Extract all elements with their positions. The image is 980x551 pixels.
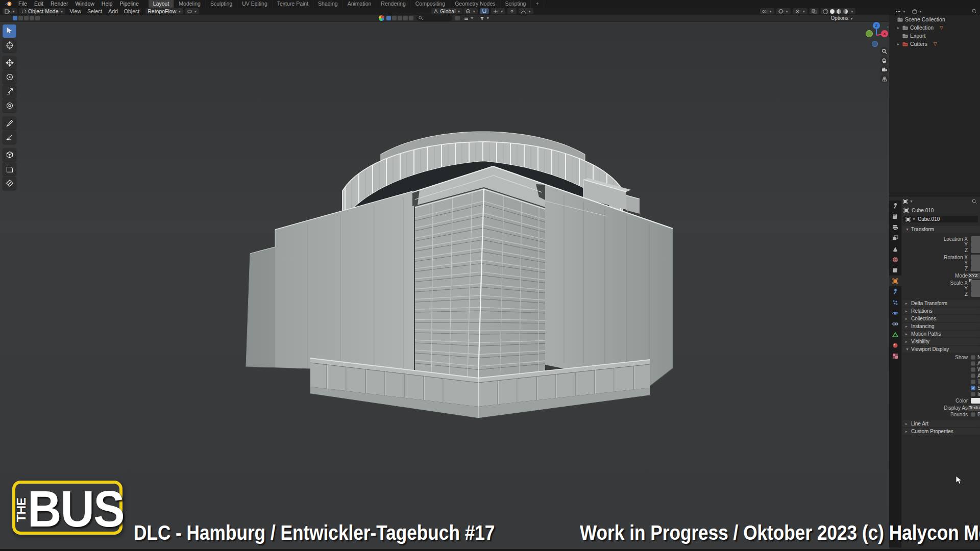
- tab-scripting[interactable]: Scripting: [501, 0, 531, 8]
- tab-view-layer[interactable]: [889, 233, 901, 243]
- tool-option-3[interactable]: [398, 16, 402, 20]
- outliner-row-collection[interactable]: ▸Collection▽: [889, 23, 980, 32]
- tab-material[interactable]: [889, 340, 901, 350]
- filter-list-dropdown[interactable]: ▼: [462, 15, 476, 21]
- retopoflow-tool[interactable]: [3, 177, 16, 190]
- tab-world[interactable]: [889, 254, 901, 265]
- scale-tool[interactable]: [3, 85, 16, 98]
- panel-custom-properties[interactable]: ▸Custom Properties: [902, 428, 980, 435]
- viewport-menu-object[interactable]: Object: [121, 8, 142, 14]
- snap-toggle[interactable]: [480, 8, 489, 14]
- panel-visibility[interactable]: ▸Visibility: [902, 338, 980, 345]
- panel-viewport-display[interactable]: ▼Viewport Display: [902, 346, 980, 353]
- object-color-swatch[interactable]: [971, 398, 980, 404]
- pivot-point-dropdown[interactable]: ▼: [463, 8, 478, 14]
- proportional-editing-toggle[interactable]: [507, 8, 517, 14]
- bounds-checkbox[interactable]: [971, 412, 975, 417]
- tab-layout[interactable]: Layout: [149, 0, 175, 8]
- tab-scene[interactable]: [889, 243, 901, 254]
- tool-option-2[interactable]: [392, 16, 397, 20]
- select-mode-subtract[interactable]: [24, 16, 29, 20]
- gizmos-dropdown[interactable]: ▼: [776, 8, 791, 14]
- value-field[interactable]: [971, 236, 980, 242]
- mode-dropdown-field[interactable]: XYZ E: [968, 273, 980, 279]
- viewport-menu-add[interactable]: Add: [105, 8, 121, 14]
- axis-gizmo[interactable]: Z X: [863, 20, 889, 51]
- menu-pipeline[interactable]: Pipeline: [116, 0, 142, 8]
- add-primitive-tool[interactable]: [3, 162, 16, 176]
- xray-toggle[interactable]: [810, 8, 819, 14]
- tab-particles[interactable]: [889, 297, 901, 308]
- value-field[interactable]: [971, 291, 980, 297]
- outliner-display-mode-dropdown[interactable]: ▼: [893, 8, 908, 14]
- tab-rendering[interactable]: Rendering: [376, 0, 410, 8]
- checkbox[interactable]: [971, 361, 975, 366]
- expand-caret[interactable]: ▸: [897, 26, 902, 30]
- pan-button[interactable]: [880, 56, 889, 65]
- cursor-tool[interactable]: [3, 39, 16, 52]
- tab-compositing[interactable]: Compositing: [411, 0, 450, 8]
- tab-texture-paint[interactable]: Texture Paint: [273, 0, 313, 8]
- checkbox[interactable]: [971, 373, 975, 378]
- mode-dropdown[interactable]: Object Mode▼: [19, 8, 65, 14]
- viewport-menu-view[interactable]: View: [66, 8, 84, 14]
- tab-collection[interactable]: [889, 265, 901, 276]
- menu-window[interactable]: Window: [71, 0, 97, 8]
- outliner-row-export[interactable]: Export: [889, 32, 980, 40]
- menu-edit[interactable]: Edit: [31, 0, 47, 8]
- tool-option-5[interactable]: [409, 16, 413, 20]
- checkbox[interactable]: [971, 380, 975, 384]
- falloff-dropdown[interactable]: ▼: [519, 8, 533, 14]
- snap-target-dropdown[interactable]: ▼: [491, 8, 505, 14]
- tab-constraints[interactable]: [889, 318, 901, 329]
- select-mode-set[interactable]: [13, 16, 17, 20]
- tab-data[interactable]: [889, 329, 901, 340]
- overlays-dropdown[interactable]: ▼: [793, 8, 807, 14]
- tab-modeling[interactable]: Modeling: [174, 0, 206, 8]
- menu-help[interactable]: Help: [98, 0, 116, 8]
- transform-panel-header[interactable]: ▼Transform: [902, 226, 980, 233]
- outliner-filter-dropdown[interactable]: ▼: [910, 8, 924, 14]
- perspective-toggle-button[interactable]: [880, 74, 889, 83]
- breadcrumb-object-name[interactable]: Cube.010: [912, 208, 934, 213]
- camera-view-button[interactable]: [880, 65, 889, 74]
- properties-search-icon[interactable]: [972, 199, 977, 204]
- panel-relations[interactable]: ▸Relations: [902, 308, 980, 314]
- editor-type-dropdown[interactable]: ▼: [3, 8, 17, 14]
- move-tool[interactable]: [3, 56, 16, 69]
- panel-delta-transform[interactable]: ▸Delta Transform: [902, 300, 980, 307]
- options-dropdown[interactable]: Options▼: [831, 15, 853, 21]
- panel-line-art[interactable]: ▸Line Art: [902, 420, 980, 427]
- value-field[interactable]: [971, 255, 980, 260]
- show-object-types-dropdown[interactable]: ▼: [760, 8, 774, 14]
- outliner-row-scene-collection[interactable]: Scene Collection: [889, 15, 980, 23]
- checkbox[interactable]: [971, 386, 975, 390]
- properties-breadcrumb-icon[interactable]: ▼: [902, 198, 913, 205]
- value-field[interactable]: [971, 266, 980, 271]
- panel-motion-paths[interactable]: ▸Motion Paths: [902, 331, 980, 337]
- transform-tool[interactable]: [3, 99, 16, 112]
- expand-caret[interactable]: ▸: [897, 42, 902, 46]
- tab-geometry-nodes[interactable]: Geometry Nodes: [450, 0, 500, 8]
- add-cube-tool[interactable]: [3, 148, 16, 161]
- viewport-menu-select[interactable]: Select: [84, 8, 105, 14]
- value-field[interactable]: [971, 280, 980, 286]
- extra-dropdown[interactable]: ▼: [185, 8, 199, 14]
- value-field[interactable]: [971, 286, 980, 291]
- tab-texture[interactable]: [889, 350, 901, 361]
- outliner-search-icon[interactable]: [972, 9, 977, 14]
- fallback-tool-icon[interactable]: [379, 15, 384, 21]
- tab-uv-editing[interactable]: UV Editing: [237, 0, 273, 8]
- object-name-field[interactable]: ▼Cube.010: [903, 216, 978, 222]
- filter-check[interactable]: [455, 16, 460, 20]
- tool-option-4[interactable]: [403, 16, 408, 20]
- rotate-tool[interactable]: [3, 70, 16, 84]
- select-box-tool[interactable]: [3, 24, 16, 38]
- measure-tool[interactable]: [3, 131, 16, 144]
- sidebar-collapse-arrow[interactable]: ‹: [887, 24, 889, 30]
- tab-sculpting[interactable]: Sculpting: [206, 0, 237, 8]
- blender-logo-icon[interactable]: [4, 1, 13, 7]
- checkbox[interactable]: [971, 367, 975, 372]
- tool-option-1[interactable]: [386, 16, 391, 20]
- checkbox[interactable]: [971, 392, 975, 396]
